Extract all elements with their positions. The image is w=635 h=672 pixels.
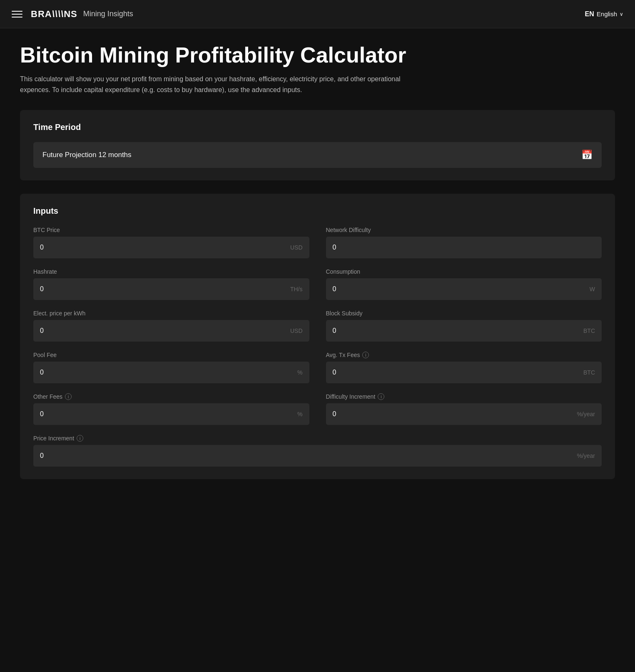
hamburger-menu[interactable]	[12, 11, 22, 17]
unit-difficulty-increment: %/year	[577, 411, 595, 417]
navbar: BRA\\\\NS Mining Insights EN English ∨	[0, 0, 635, 28]
input-btc-price[interactable]	[40, 244, 287, 251]
field-wrapper-btc-price: USD	[33, 237, 309, 258]
input-group-consumption: ConsumptionW	[326, 268, 602, 300]
unit-hashrate: TH/s	[290, 286, 303, 292]
unit-consumption: W	[590, 286, 595, 292]
field-wrapper-other-fees: %	[33, 403, 309, 425]
field-wrapper-consumption: W	[326, 278, 602, 300]
input-avg-tx-fees[interactable]	[333, 369, 580, 376]
unit-pool-fee: %	[297, 369, 302, 376]
input-consumption[interactable]	[333, 285, 586, 293]
brand: BRA\\\\NS Mining Insights	[31, 9, 133, 20]
input-other-fees[interactable]	[40, 410, 294, 418]
input-group-difficulty-increment: Difficulty Incrementi%/year	[326, 393, 602, 425]
time-period-section: Time Period Future Projection 12 months …	[20, 110, 615, 180]
input-group-hashrate: HashrateTH/s	[33, 268, 309, 300]
label-pool-fee: Pool Fee	[33, 352, 309, 358]
input-group-pool-fee: Pool Fee%	[33, 352, 309, 383]
input-group-block-subsidy: Block SubsidyBTC	[326, 310, 602, 342]
chevron-down-icon: ∨	[620, 11, 623, 17]
input-hashrate[interactable]	[40, 285, 287, 293]
unit-price-increment: %/year	[577, 452, 595, 459]
field-wrapper-avg-tx-fees: BTC	[326, 362, 602, 383]
label-consumption: Consumption	[326, 268, 602, 275]
input-difficulty-increment[interactable]	[333, 410, 574, 418]
info-icon-avg-tx-fees[interactable]: i	[362, 352, 369, 358]
label-hashrate: Hashrate	[33, 268, 309, 275]
label-avg-tx-fees: Avg. Tx Feesi	[326, 352, 602, 358]
label-price-increment: Price Incrementi	[33, 435, 602, 442]
language-selector[interactable]: EN English ∨	[585, 10, 623, 18]
input-group-network-difficulty: Network Difficulty	[326, 227, 602, 258]
input-grid: BTC PriceUSDNetwork DifficultyHashrateTH…	[33, 227, 602, 467]
unit-block-subsidy: BTC	[583, 327, 595, 334]
info-icon-other-fees[interactable]: i	[65, 393, 72, 400]
input-elec-price[interactable]	[40, 327, 287, 335]
label-network-difficulty: Network Difficulty	[326, 227, 602, 233]
field-wrapper-pool-fee: %	[33, 362, 309, 383]
inputs-section: Inputs BTC PriceUSDNetwork DifficultyHas…	[20, 194, 615, 479]
input-group-other-fees: Other Feesi%	[33, 393, 309, 425]
unit-avg-tx-fees: BTC	[583, 369, 595, 376]
label-elec-price: Elect. price per kWh	[33, 310, 309, 317]
unit-other-fees: %	[297, 411, 302, 417]
input-group-avg-tx-fees: Avg. Tx FeesiBTC	[326, 352, 602, 383]
label-block-subsidy: Block Subsidy	[326, 310, 602, 317]
brand-logo: BRA\\\\NS	[31, 9, 77, 20]
navbar-left: BRA\\\\NS Mining Insights	[12, 9, 133, 20]
field-wrapper-hashrate: TH/s	[33, 278, 309, 300]
label-difficulty-increment: Difficulty Incrementi	[326, 393, 602, 400]
page-title: Bitcoin Mining Profitability Calculator	[20, 43, 615, 67]
time-period-value: Future Projection 12 months	[42, 151, 132, 159]
input-block-subsidy[interactable]	[333, 327, 580, 335]
unit-btc-price: USD	[290, 244, 303, 251]
field-wrapper-price-increment: %/year	[33, 445, 602, 467]
field-wrapper-difficulty-increment: %/year	[326, 403, 602, 425]
field-wrapper-block-subsidy: BTC	[326, 320, 602, 342]
input-network-difficulty[interactable]	[333, 244, 595, 251]
language-label: English	[597, 10, 617, 17]
calendar-icon: 📅	[581, 150, 593, 160]
info-icon-price-increment[interactable]: i	[77, 435, 83, 442]
input-price-increment[interactable]	[40, 452, 573, 460]
brand-subtitle: Mining Insights	[83, 10, 133, 18]
input-pool-fee[interactable]	[40, 369, 294, 376]
input-group-btc-price: BTC PriceUSD	[33, 227, 309, 258]
field-wrapper-network-difficulty	[326, 237, 602, 258]
input-group-elec-price: Elect. price per kWhUSD	[33, 310, 309, 342]
inputs-title: Inputs	[33, 206, 602, 216]
time-period-title: Time Period	[33, 122, 602, 132]
time-period-selector[interactable]: Future Projection 12 months 📅	[33, 142, 602, 168]
main-content: Bitcoin Mining Profitability Calculator …	[0, 28, 635, 512]
label-btc-price: BTC Price	[33, 227, 309, 233]
label-other-fees: Other Feesi	[33, 393, 309, 400]
page-description: This calculator will show you your net p…	[20, 74, 420, 95]
input-group-price-increment: Price Incrementi%/year	[33, 435, 602, 467]
unit-elec-price: USD	[290, 327, 303, 334]
field-wrapper-elec-price: USD	[33, 320, 309, 342]
info-icon-difficulty-increment[interactable]: i	[378, 393, 384, 400]
language-code: EN	[585, 10, 594, 18]
